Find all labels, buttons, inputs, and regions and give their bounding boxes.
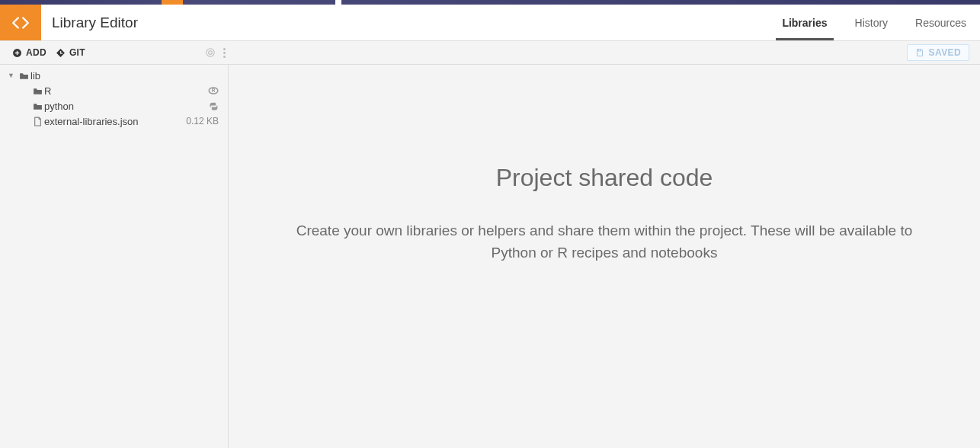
tab-history[interactable]: History [841,5,902,40]
sidebar-toolbar: ADD GIT [5,41,233,65]
app-logo[interactable] [0,5,41,40]
header-tabs: Libraries History Resources [768,5,980,40]
git-button[interactable]: GIT [56,47,85,58]
main-toolbar: SAVED [233,44,975,61]
r-lang-icon: R [208,86,219,95]
tree-item-label: python [44,101,74,112]
chevron-down-icon: ▼ [8,72,17,79]
tree-item-r[interactable]: R R [0,83,228,98]
tab-resources[interactable]: Resources [902,5,980,40]
tree-item-external-libraries[interactable]: external-libraries.json 0.12 KB [0,114,228,129]
git-button-label: GIT [69,47,85,58]
svg-point-3 [207,49,215,57]
add-button-label: ADD [26,47,46,58]
saved-badge: SAVED [907,44,969,61]
body: ▼ lib R R python [0,65,980,448]
tree-item-python[interactable]: python [0,98,228,114]
tree-root-lib[interactable]: ▼ lib [0,68,228,83]
plus-circle-icon [12,48,22,58]
folder-icon [30,102,44,110]
main-panel: Project shared code Create your own libr… [229,65,980,448]
folder-icon [30,87,44,95]
more-menu-icon[interactable] [223,48,226,58]
target-icon[interactable] [205,47,216,58]
toolbar: ADD GIT SAVED [0,41,980,65]
header-bar: Library Editor Libraries History Resourc… [0,5,980,41]
file-icon [30,117,44,126]
file-tree: ▼ lib R R python [0,65,229,448]
main-title: Project shared code [496,164,713,192]
git-icon [56,48,66,58]
page-title: Library Editor [41,5,149,40]
folder-icon [17,72,30,80]
code-icon [11,13,30,33]
saved-badge-label: SAVED [929,47,961,58]
tab-libraries[interactable]: Libraries [768,5,841,40]
python-icon [209,101,219,111]
save-icon [915,48,924,57]
file-size: 0.12 KB [186,116,219,126]
svg-text:R: R [212,88,216,93]
tree-item-label: R [44,85,51,97]
svg-point-4 [209,51,213,55]
tree-root-label: lib [30,70,40,82]
svg-rect-5 [918,50,921,52]
add-button[interactable]: ADD [12,47,46,58]
tree-item-label: external-libraries.json [44,116,139,127]
main-description: Create your own libraries or helpers and… [292,219,917,264]
